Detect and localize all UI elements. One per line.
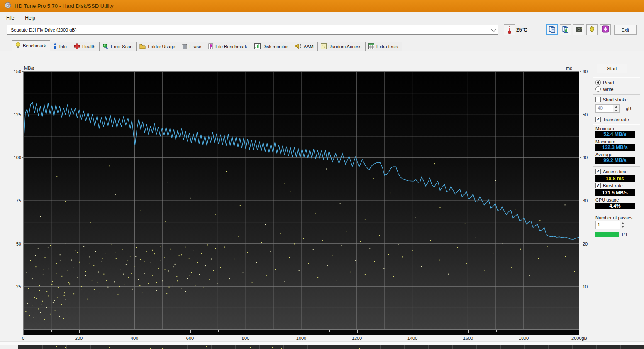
access-time-dot: [35, 266, 36, 267]
access-time-dot: [132, 289, 133, 290]
menu-help[interactable]: Help: [25, 15, 35, 21]
screenshot-button[interactable]: [573, 24, 584, 35]
access-time-dot: [30, 260, 31, 261]
write-radio-circle[interactable]: [595, 86, 601, 92]
passes-spinner[interactable]: 1: [595, 221, 626, 229]
tab-health[interactable]: Health: [71, 42, 100, 51]
read-radio-circle[interactable]: [595, 80, 601, 85]
tab-aam[interactable]: AAM: [292, 42, 318, 51]
bottom-map-strip: [18, 345, 644, 349]
access-time-dot: [430, 240, 431, 241]
tab-erase[interactable]: Erase: [179, 42, 205, 51]
access-time-dot: [95, 251, 96, 252]
y-left-tick-label: 125: [9, 112, 21, 117]
start-button[interactable]: Start: [597, 64, 627, 73]
access-time-dot: [64, 292, 65, 293]
download-button[interactable]: [600, 24, 611, 35]
passes-label: Number of passes: [595, 215, 632, 220]
tab-info[interactable]: Info: [50, 42, 71, 51]
tab-error-scan[interactable]: Error Scan: [99, 42, 137, 51]
x-tick-label: 1800: [519, 336, 529, 341]
access-time-dot: [256, 262, 257, 263]
tab-random-access[interactable]: Random Access: [317, 42, 366, 51]
access-time-dot: [373, 178, 374, 179]
copy-text-button[interactable]: [546, 24, 558, 35]
x-tick-label: 400: [131, 336, 138, 341]
access-time-dot: [515, 209, 515, 210]
health-icon: [74, 43, 80, 50]
access-time-dot: [341, 246, 342, 246]
access-time-dot: [64, 295, 65, 296]
access-time-dot: [27, 303, 28, 304]
x-tick-label: 0: [22, 336, 24, 341]
access-time-dot: [130, 256, 131, 256]
access-time-dot: [415, 217, 415, 218]
tab-folder-usage[interactable]: Folder Usage: [136, 42, 179, 51]
access-time-dot: [191, 272, 192, 273]
hand-button[interactable]: [586, 24, 598, 35]
x-tick-label: 1600: [463, 336, 473, 341]
copy-image-button[interactable]: [560, 24, 571, 35]
access-time-dot: [38, 308, 39, 309]
tab-label: Random Access: [329, 44, 361, 49]
access-time-dot: [134, 266, 134, 267]
benchmark-plot: [23, 71, 579, 330]
access-time-dot: [337, 280, 337, 280]
access-time-dot: [317, 277, 318, 278]
access-time-dot: [181, 254, 182, 255]
access-time-dot: [226, 171, 227, 172]
access-time-dot: [168, 270, 169, 271]
drive-select[interactable]: Seagate DJI Fly Drive (2000 gB): [7, 25, 498, 35]
access-time-dot: [205, 265, 206, 266]
tab-label: Disk monitor: [263, 44, 288, 49]
access-time-dot: [327, 265, 328, 266]
access-time-dot: [34, 317, 34, 318]
title-bar: HD Tune Pro 5.70 - Hard Disk/SSD Utility: [0, 0, 644, 12]
tab-label: Error Scan: [111, 44, 133, 49]
access-time-dot: [142, 292, 143, 292]
error-scan-icon: [102, 43, 109, 50]
tab-file-benchmark[interactable]: File Benchmark: [205, 42, 251, 51]
access-time-dot: [440, 207, 441, 208]
access-time-dot: [144, 261, 144, 262]
write-radio[interactable]: Write: [595, 86, 613, 92]
menu-file[interactable]: File: [6, 15, 14, 21]
access-time-dot: [158, 268, 159, 269]
access-time-dot: [240, 205, 241, 206]
access-time-dot: [190, 275, 190, 276]
access-time-dot: [77, 277, 78, 278]
access-time-dot: [88, 299, 88, 300]
access-time-dot: [102, 258, 103, 258]
tab-disk-monitor[interactable]: Disk monitor: [251, 42, 292, 51]
tab-extra-tests[interactable]: Extra tests: [365, 42, 402, 51]
burst-rate-checkbox[interactable]: Burst rate: [595, 183, 623, 188]
access-time-dot: [56, 273, 56, 274]
access-time-dot: [529, 275, 530, 276]
app-icon: [5, 2, 11, 10]
exit-button[interactable]: Exit: [614, 25, 637, 35]
access-time-dot: [60, 261, 61, 261]
passes-progress-label: 1/1: [621, 232, 627, 237]
temperature-button[interactable]: [504, 24, 515, 35]
menu-bar: File Help: [0, 12, 644, 23]
access-time-dot: [29, 315, 30, 316]
access-time-dot: [290, 191, 290, 192]
access-time-dot: [140, 259, 141, 260]
tab-label: Benchmark: [23, 43, 46, 48]
access-time-dot: [270, 251, 271, 252]
tab-benchmark[interactable]: Benchmark: [12, 40, 50, 51]
access-time-dot: [117, 294, 118, 295]
access-time-dot: [98, 272, 99, 273]
access-time-dot: [73, 267, 73, 268]
short-stroke-spinner[interactable]: 40: [595, 104, 620, 113]
access-time-dot: [31, 278, 32, 278]
access-time-checkbox[interactable]: Access time: [595, 169, 627, 174]
access-time-dot: [127, 261, 128, 261]
short-stroke-checkbox[interactable]: Short stroke: [595, 97, 627, 102]
transfer-rate-checkbox[interactable]: Transfer rate: [595, 117, 629, 122]
x-tick-label: 1000: [296, 336, 306, 341]
access-time-dot: [120, 269, 120, 270]
read-radio[interactable]: Read: [595, 80, 614, 85]
tab-bar: BenchmarkInfoHealthError ScanFolder Usag…: [0, 40, 644, 51]
info-icon: [53, 43, 57, 50]
